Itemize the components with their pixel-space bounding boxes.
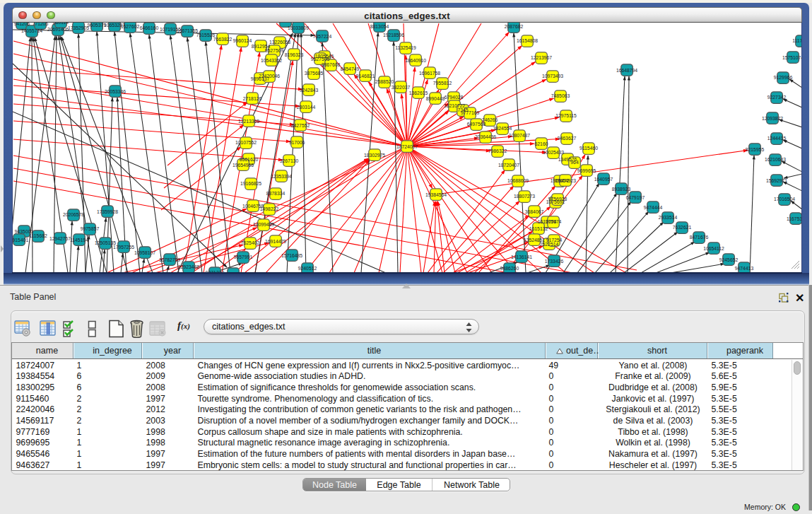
svg-text:2718126: 2718126 — [243, 96, 262, 101]
svg-text:18302975: 18302975 — [364, 153, 385, 158]
svg-text:7986322: 7986322 — [488, 148, 507, 153]
svg-text:16671355: 16671355 — [177, 28, 198, 33]
svg-text:2588520: 2588520 — [375, 79, 394, 84]
svg-text:16033809: 16033809 — [288, 25, 309, 30]
svg-text:7485063: 7485063 — [551, 93, 570, 98]
svg-text:2803144: 2803144 — [297, 105, 316, 110]
svg-text:11325419: 11325419 — [395, 45, 416, 50]
svg-text:3875685: 3875685 — [305, 71, 324, 76]
svg-text:10807487: 10807487 — [509, 133, 530, 138]
svg-text:9657991: 9657991 — [234, 255, 253, 259]
svg-text:7955812: 7955812 — [433, 81, 452, 86]
svg-text:9245652: 9245652 — [719, 257, 739, 262]
svg-text:16648794: 16648794 — [616, 68, 637, 73]
svg-text:2087682: 2087682 — [505, 24, 524, 29]
svg-text:1145194: 1145194 — [70, 238, 88, 243]
svg-text:9146821: 9146821 — [356, 74, 375, 78]
svg-text:10543362: 10543362 — [261, 58, 282, 63]
svg-text:10973493: 10973493 — [542, 74, 563, 78]
svg-text:8813054: 8813054 — [370, 24, 389, 29]
svg-text:16154808: 16154808 — [517, 38, 538, 43]
svg-text:7625402: 7625402 — [241, 240, 260, 245]
svg-text:18807273: 18807273 — [514, 194, 535, 199]
svg-text:15751074: 15751074 — [782, 55, 802, 60]
svg-text:975674: 975674 — [546, 219, 562, 224]
svg-text:9240512: 9240512 — [298, 266, 317, 271]
svg-text:7632621: 7632621 — [673, 225, 692, 230]
svg-text:10107552: 10107552 — [235, 140, 257, 145]
svg-text:9527509: 9527509 — [265, 48, 284, 53]
svg-text:9463627: 9463627 — [558, 136, 577, 141]
svg-text:1733426: 1733426 — [545, 259, 564, 264]
svg-text:3824554: 3824554 — [493, 126, 512, 131]
svg-text:12975115: 12975115 — [555, 113, 577, 118]
svg-text:1803710: 1803710 — [276, 23, 295, 23]
svg-text:1115682: 1115682 — [29, 233, 47, 238]
svg-text:9227342: 9227342 — [767, 95, 787, 100]
svg-text:3822037: 3822037 — [392, 85, 411, 90]
svg-text:8561620: 8561620 — [240, 157, 259, 162]
svg-text:3915401: 3915401 — [13, 238, 28, 243]
svg-text:19654965: 19654965 — [233, 163, 254, 168]
svg-text:9975857: 9975857 — [81, 226, 100, 231]
svg-text:9486260: 9486260 — [500, 266, 519, 271]
svg-text:3267130: 3267130 — [280, 158, 299, 163]
svg-text:2933514: 2933514 — [659, 215, 678, 220]
svg-text:16210643: 16210643 — [765, 157, 786, 162]
svg-text:1527602: 1527602 — [121, 24, 140, 29]
svg-text:17016504: 17016504 — [774, 197, 795, 201]
svg-text:9527505: 9527505 — [311, 57, 330, 62]
svg-text:20206578: 20206578 — [63, 212, 84, 217]
svg-text:14055714: 14055714 — [21, 28, 42, 33]
svg-text:8878334: 8878334 — [266, 191, 286, 196]
svg-text:9115460: 9115460 — [579, 146, 598, 151]
svg-text:18724007: 18724007 — [396, 144, 418, 149]
svg-text:20364436: 20364436 — [475, 134, 496, 139]
svg-text:16914479: 16914479 — [265, 239, 286, 244]
svg-text:9777169: 9777169 — [461, 110, 480, 115]
svg-text:7357224: 7357224 — [313, 34, 332, 39]
svg-text:14136141: 14136141 — [511, 255, 532, 259]
svg-text:9242843: 9242843 — [300, 88, 319, 93]
svg-text:62160: 62160 — [535, 141, 548, 146]
svg-text:12942757: 12942757 — [49, 236, 71, 241]
svg-text:2522514: 2522514 — [540, 242, 559, 247]
svg-text:6466160: 6466160 — [140, 25, 159, 30]
svg-text:964: 964 — [570, 160, 579, 165]
svg-text:8454749: 8454749 — [341, 66, 360, 71]
svg-text:12093872: 12093872 — [762, 116, 783, 121]
svg-text:941205: 941205 — [14, 23, 30, 26]
svg-text:9129966: 9129966 — [774, 75, 793, 80]
svg-text:8471676: 8471676 — [690, 235, 709, 240]
svg-text:10025433: 10025433 — [543, 150, 564, 155]
svg-text:12923448: 12923448 — [178, 264, 199, 269]
svg-text:10654112: 10654112 — [703, 246, 724, 251]
svg-text:9474413: 9474413 — [735, 266, 754, 271]
svg-text:15716485: 15716485 — [281, 253, 302, 258]
svg-text:2867608: 2867608 — [322, 62, 341, 67]
svg-text:12213967: 12213967 — [531, 55, 552, 60]
svg-text:9960124: 9960124 — [233, 38, 252, 43]
svg-text:1640957: 1640957 — [594, 177, 613, 182]
svg-text:12213369: 12213369 — [238, 119, 259, 124]
svg-text:22420046: 22420046 — [259, 74, 280, 78]
svg-text:8427552: 8427552 — [291, 123, 310, 128]
svg-text:8215955: 8215955 — [746, 147, 765, 152]
svg-text:10958107: 10958107 — [134, 250, 155, 255]
svg-text:9756928: 9756928 — [548, 197, 567, 201]
svg-text:880114: 880114 — [53, 23, 69, 25]
svg-text:1615132: 1615132 — [529, 226, 548, 231]
svg-text:8938923: 8938923 — [612, 187, 631, 192]
svg-text:6794028: 6794028 — [445, 95, 464, 100]
svg-text:18640910: 18640910 — [405, 58, 426, 63]
svg-text:10688609: 10688609 — [507, 178, 529, 183]
svg-text:917006: 917006 — [289, 140, 305, 145]
svg-text:8196323: 8196323 — [285, 52, 304, 57]
svg-text:9699695: 9699695 — [577, 168, 596, 173]
svg-text:771205: 771205 — [33, 23, 49, 26]
svg-text:17352905: 17352905 — [68, 25, 89, 30]
svg-text:19218596: 19218596 — [383, 33, 404, 37]
svg-text:7515526: 7515526 — [196, 33, 216, 37]
svg-text:6479197: 6479197 — [626, 195, 645, 200]
svg-text:3684067: 3684067 — [525, 209, 544, 214]
